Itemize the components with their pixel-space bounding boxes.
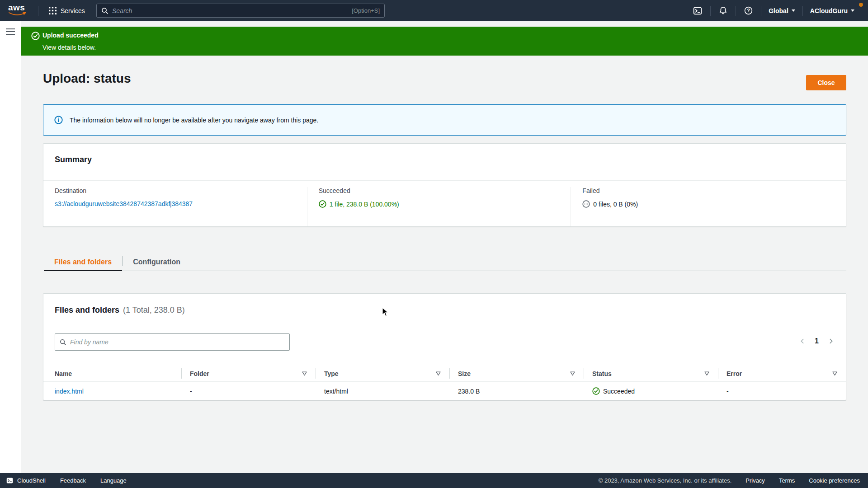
- column-label: Size: [458, 370, 471, 377]
- chevron-down-icon: [851, 9, 854, 12]
- chevron-right-icon: [828, 338, 834, 344]
- region-label: Global: [769, 7, 788, 14]
- column-label: Status: [592, 370, 612, 377]
- copyright-text: © 2023, Amazon Web Services, Inc. or its…: [599, 477, 732, 484]
- feedback-link[interactable]: Feedback: [60, 477, 86, 484]
- failed-value: 0 files, 0 B (0%): [593, 201, 638, 208]
- find-by-name-box[interactable]: [55, 333, 290, 351]
- summary-card: Summary Destination s3://acloudguruwebsi…: [43, 143, 846, 227]
- success-check-icon: [31, 32, 40, 40]
- console-footer: CloudShell Feedback Language © 2023, Ama…: [0, 473, 868, 488]
- column-label: Name: [55, 370, 72, 377]
- table-header-row: Name Folder Type Size Status Error: [43, 366, 846, 381]
- search-icon: [101, 7, 108, 14]
- pagination: 1: [799, 337, 834, 345]
- cloudshell-footer-button[interactable]: CloudShell: [6, 477, 46, 484]
- cell-error: -: [718, 382, 846, 400]
- table-row: index.html - text/html 238.0 B Succeeded…: [43, 381, 846, 400]
- cell-type: text/html: [316, 382, 449, 400]
- feedback-label: Feedback: [60, 477, 86, 484]
- top-navigation-bar: aws Services [Option+S] ?: [0, 0, 868, 21]
- chevron-down-icon: [792, 9, 795, 12]
- success-check-icon: [319, 200, 326, 208]
- column-label: Folder: [190, 370, 209, 377]
- info-alert: The information below will no longer be …: [43, 104, 846, 136]
- success-flashbar: Upload succeeded View details below.: [21, 27, 868, 56]
- cell-status: Succeeded: [584, 382, 718, 400]
- column-header-type: Type: [316, 366, 449, 381]
- cell-folder: -: [181, 382, 316, 400]
- nav-right-cluster: ? Global ACloudGuru: [685, 0, 862, 21]
- aws-smile-icon: [8, 12, 26, 16]
- alert-message: The information below will no longer be …: [70, 117, 318, 124]
- flashbar-message: View details below.: [42, 44, 96, 51]
- aws-logo-text: aws: [8, 4, 28, 12]
- tab-files-and-folders[interactable]: Files and folders: [44, 254, 122, 271]
- terminal-icon: [693, 6, 703, 16]
- close-button[interactable]: Close: [806, 75, 846, 90]
- cookie-preferences-link[interactable]: Cookie preferences: [809, 477, 860, 484]
- destination-bucket-link[interactable]: s3://acloudguruwebsite38428742387adkfj38…: [55, 200, 193, 207]
- search-input[interactable]: [112, 7, 348, 14]
- filter-icon[interactable]: [570, 371, 576, 376]
- status-text: Succeeded: [603, 388, 635, 395]
- tab-label: Configuration: [133, 258, 180, 266]
- column-label: Type: [324, 370, 339, 377]
- filter-icon[interactable]: [435, 371, 441, 376]
- menu-toggle-button[interactable]: [6, 28, 15, 35]
- summary-failed-column: Failed 0 files, 0 B (0%): [571, 187, 835, 226]
- failed-label: Failed: [582, 187, 835, 194]
- current-page-number[interactable]: 1: [815, 337, 819, 345]
- filter-icon[interactable]: [832, 371, 838, 376]
- info-icon: [54, 116, 63, 124]
- flashbar-title: Upload succeeded: [42, 32, 99, 39]
- succeeded-value: 1 file, 238.0 B (100.00%): [330, 201, 399, 208]
- column-header-error: Error: [718, 366, 846, 381]
- filter-icon[interactable]: [302, 371, 307, 376]
- terminal-icon: [6, 477, 14, 484]
- account-menu[interactable]: ACloudGuru: [803, 0, 862, 21]
- language-link[interactable]: Language: [100, 477, 127, 484]
- help-button[interactable]: ?: [736, 0, 761, 21]
- services-menu-button[interactable]: Services: [44, 0, 90, 21]
- destination-label: Destination: [55, 187, 307, 194]
- services-label: Services: [61, 7, 85, 14]
- region-selector[interactable]: Global: [761, 0, 802, 21]
- notifications-button[interactable]: [711, 0, 736, 21]
- search-icon: [60, 339, 66, 346]
- summary-title: Summary: [55, 155, 835, 164]
- cloudshell-label: CloudShell: [17, 477, 46, 484]
- account-label: ACloudGuru: [810, 7, 848, 14]
- column-header-status: Status: [584, 366, 718, 381]
- column-header-folder: Folder: [181, 366, 316, 381]
- previous-page-button[interactable]: [799, 338, 806, 344]
- next-page-button[interactable]: [828, 338, 834, 344]
- cloudshell-nav-button[interactable]: [685, 0, 710, 21]
- tab-bar: Files and folders Configuration: [44, 254, 846, 271]
- privacy-link[interactable]: Privacy: [745, 477, 765, 484]
- collapsed-sidebar: [0, 21, 21, 473]
- global-search-box[interactable]: [Option+S]: [96, 4, 385, 18]
- files-panel-title: Files and folders: [55, 305, 119, 315]
- cell-name: index.html: [43, 382, 181, 400]
- aws-logo[interactable]: aws: [8, 4, 28, 17]
- succeeded-label: Succeeded: [319, 187, 571, 194]
- tab-configuration[interactable]: Configuration: [123, 254, 191, 271]
- terms-link[interactable]: Terms: [779, 477, 795, 484]
- column-header-name: Name: [43, 366, 181, 381]
- page-title: Upload: status: [43, 71, 131, 86]
- filter-icon[interactable]: [704, 371, 710, 376]
- language-label: Language: [100, 477, 127, 484]
- column-header-size: Size: [449, 366, 584, 381]
- file-link[interactable]: index.html: [55, 388, 84, 395]
- aws-console-screen: aws Services [Option+S] ?: [0, 0, 868, 488]
- nav-divider: [38, 6, 38, 16]
- recording-indicator-dot: [859, 3, 863, 7]
- bell-icon: [718, 6, 728, 15]
- find-by-name-input[interactable]: [70, 338, 285, 346]
- files-and-folders-card: Files and folders (1 Total, 238.0 B) 1 N…: [43, 293, 846, 400]
- tab-label: Files and folders: [54, 258, 112, 266]
- chevron-left-icon: [799, 338, 806, 344]
- svg-text:?: ?: [747, 8, 750, 13]
- cell-size: 238.0 B: [449, 382, 584, 400]
